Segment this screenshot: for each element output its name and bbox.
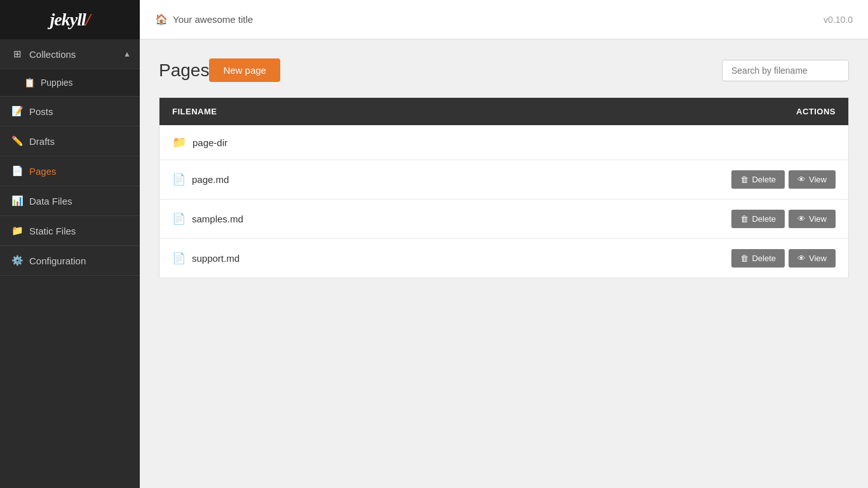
delete-button[interactable]: 🗑 Delete bbox=[731, 249, 785, 268]
sidebar-item-posts[interactable]: 📝 Posts bbox=[0, 97, 140, 126]
posts-label: Posts bbox=[29, 106, 53, 117]
search-input[interactable] bbox=[722, 60, 849, 81]
document-icon: 📄 bbox=[172, 212, 186, 226]
pages-icon: 📄 bbox=[11, 165, 23, 177]
eye-icon: 👁 bbox=[797, 214, 806, 224]
table-row: 📄 support.md 🗑 Delete 👁 View bbox=[159, 239, 848, 278]
static-files-icon: 📁 bbox=[11, 225, 23, 236]
sidebar-item-collections[interactable]: ⊞ Collections ▲ bbox=[0, 39, 140, 69]
file-name: samples.md bbox=[192, 214, 243, 224]
view-label: View bbox=[809, 214, 827, 224]
data-files-label: Data Files bbox=[29, 196, 72, 207]
version-label: v0.10.0 bbox=[824, 15, 853, 25]
trash-icon: 🗑 bbox=[740, 254, 749, 263]
delete-button[interactable]: 🗑 Delete bbox=[731, 210, 785, 228]
configuration-icon: ⚙️ bbox=[11, 255, 23, 266]
delete-button[interactable]: 🗑 Delete bbox=[731, 170, 785, 189]
trash-icon: 🗑 bbox=[740, 175, 749, 184]
file-name: page-dir bbox=[193, 137, 227, 148]
view-button[interactable]: 👁 View bbox=[789, 210, 836, 228]
collections-label: Collections bbox=[29, 49, 76, 60]
logo-area: jekyll/ bbox=[0, 0, 140, 39]
logo: jekyll/ bbox=[50, 10, 90, 30]
file-info: 📄 page.md bbox=[172, 173, 229, 186]
table-row: 📁 page-dir bbox=[159, 125, 848, 160]
sidebar-item-static-files[interactable]: 📁 Static Files bbox=[0, 216, 140, 246]
file-info: 📄 support.md bbox=[172, 252, 240, 265]
main-content: 🏠 Your awesome title v0.10.0 Pages New p… bbox=[140, 0, 868, 488]
table-header: FILENAME ACTIONS bbox=[159, 98, 848, 125]
file-table: FILENAME ACTIONS 📁 page-dir 📄 page.md bbox=[159, 97, 849, 278]
drafts-icon: ✏️ bbox=[11, 135, 23, 147]
posts-icon: 📝 bbox=[11, 105, 23, 117]
row-actions: 🗑 Delete 👁 View bbox=[731, 249, 836, 268]
document-icon: 📄 bbox=[172, 252, 186, 265]
data-files-icon: 📊 bbox=[11, 195, 23, 207]
topbar-left: 🏠 Your awesome title bbox=[155, 13, 253, 25]
eye-icon: 👁 bbox=[797, 254, 806, 263]
chevron-up-icon: ▲ bbox=[123, 50, 131, 58]
sidebar-item-configuration[interactable]: ⚙️ Configuration bbox=[0, 246, 140, 276]
collections-left: ⊞ Collections bbox=[11, 48, 76, 60]
table-row: 📄 page.md 🗑 Delete 👁 View bbox=[159, 160, 848, 200]
topbar: 🏠 Your awesome title v0.10.0 bbox=[140, 0, 868, 39]
row-actions: 🗑 Delete 👁 View bbox=[731, 210, 836, 228]
table-row: 📄 samples.md 🗑 Delete 👁 View bbox=[159, 200, 848, 239]
pages-label: Pages bbox=[29, 166, 57, 177]
file-name: page.md bbox=[192, 174, 229, 185]
delete-label: Delete bbox=[752, 254, 776, 263]
static-files-label: Static Files bbox=[29, 226, 76, 236]
eye-icon: 👁 bbox=[797, 175, 806, 184]
folder-icon: 📁 bbox=[172, 135, 186, 149]
page-title: Pages bbox=[159, 60, 209, 81]
content-area: Pages New page FILENAME ACTIONS 📁 page-d… bbox=[140, 39, 868, 488]
document-icon: 📄 bbox=[172, 173, 186, 186]
trash-icon: 🗑 bbox=[740, 214, 749, 224]
delete-label: Delete bbox=[752, 214, 776, 224]
sidebar-item-pages[interactable]: 📄 Pages bbox=[0, 156, 140, 186]
collections-icon: ⊞ bbox=[11, 48, 23, 60]
delete-label: Delete bbox=[752, 175, 776, 184]
sidebar-item-drafts[interactable]: ✏️ Drafts bbox=[0, 126, 140, 156]
sidebar-item-puppies[interactable]: 📋 Puppies bbox=[0, 69, 140, 97]
puppies-icon: 📋 bbox=[24, 78, 34, 88]
sidebar: jekyll/ ⊞ Collections ▲ 📋 Puppies 📝 Post… bbox=[0, 0, 140, 488]
puppies-label: Puppies bbox=[41, 78, 73, 88]
file-name: support.md bbox=[192, 253, 240, 264]
view-label: View bbox=[809, 175, 827, 184]
header-right bbox=[722, 60, 849, 81]
col-filename: FILENAME bbox=[172, 107, 217, 116]
drafts-label: Drafts bbox=[29, 136, 55, 147]
row-actions: 🗑 Delete 👁 View bbox=[731, 170, 836, 189]
new-page-button[interactable]: New page bbox=[209, 58, 280, 82]
configuration-label: Configuration bbox=[29, 255, 86, 266]
file-info: 📄 samples.md bbox=[172, 212, 243, 226]
col-actions: ACTIONS bbox=[796, 107, 836, 116]
sidebar-item-data-files[interactable]: 📊 Data Files bbox=[0, 186, 140, 216]
view-label: View bbox=[809, 254, 827, 263]
site-title: Your awesome title bbox=[173, 14, 253, 25]
view-button[interactable]: 👁 View bbox=[789, 170, 836, 189]
view-button[interactable]: 👁 View bbox=[789, 249, 836, 268]
file-info: 📁 page-dir bbox=[172, 135, 227, 149]
page-header-area: Pages New page bbox=[159, 58, 849, 82]
home-icon: 🏠 bbox=[155, 13, 168, 25]
